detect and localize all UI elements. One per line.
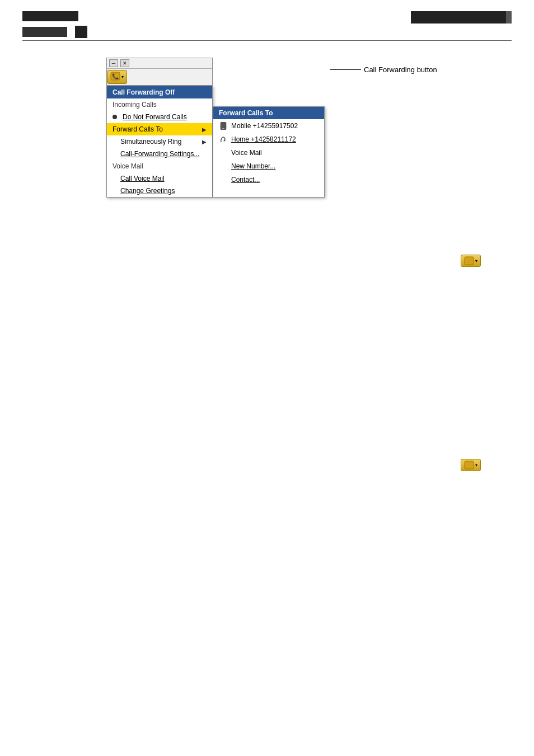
home-label: Home +14258211172: [231, 135, 296, 143]
dropdown-arrow-icon: ▾: [121, 74, 124, 79]
forward-calls-to-submenu[interactable]: Forward Calls To Mobile +14255917502: [213, 106, 325, 198]
submenu-voicemail-item[interactable]: Voice Mail: [213, 146, 324, 159]
menu-header: Call Forwarding Off: [107, 86, 212, 98]
svg-rect-3: [222, 128, 224, 129]
phone-svg: 📞: [110, 72, 120, 81]
call-forwarding-settings-label: Call-Forwarding Settings...: [120, 150, 199, 158]
redacted-bar-right: [411, 11, 506, 24]
forward-calls-to-label: Forward Calls To: [113, 125, 163, 133]
do-not-forward-label: Do Not Forward Calls: [123, 113, 187, 121]
submenu-header: Forward Calls To: [213, 107, 324, 119]
redacted-bar-2: [22, 27, 67, 37]
change-greetings-item[interactable]: Change Greetings: [107, 185, 212, 197]
voice-mail-section-label: Voice Mail: [107, 160, 212, 172]
new-number-label: New Number...: [231, 162, 275, 170]
call-forwarding-dropdown[interactable]: Call Forwarding Off Incoming Calls Do No…: [106, 86, 213, 198]
window-frame: ─ ✕ 📞 ▾: [106, 58, 213, 86]
mobile-label: Mobile +14255917502: [231, 122, 298, 130]
window-titlebar: ─ ✕: [107, 58, 212, 69]
call-voice-mail-label: Call Voice Mail: [120, 175, 165, 182]
call-voice-mail-item[interactable]: Call Voice Mail: [107, 172, 212, 185]
right-arrow-icon-2: ▾: [475, 463, 477, 468]
submenu-mobile-item[interactable]: Mobile +14255917502: [213, 119, 324, 133]
submenu-arrow-icon: ▶: [202, 126, 207, 133]
annotation-text: Call Forwarding button: [364, 65, 437, 74]
simultaneously-ring-item[interactable]: Simultaneously Ring ▶: [107, 135, 212, 148]
svg-point-4: [224, 140, 226, 142]
top-right-bar-area: [411, 11, 512, 24]
diagram-area: ─ ✕ 📞 ▾: [106, 58, 512, 198]
close-button[interactable]: ✕: [120, 59, 129, 67]
call-forwarding-annotation: Call Forwarding button: [330, 65, 437, 74]
call-forwarding-button[interactable]: 📞 ▾: [107, 70, 127, 84]
right-phone-icon-2-area: ▾: [461, 459, 481, 471]
right-phone-icon-1-area: ▾: [461, 255, 481, 267]
contact-icon: [219, 175, 228, 184]
window-content: 📞 ▾: [107, 69, 212, 85]
forward-calls-to-item[interactable]: Forward Calls To ▶: [107, 123, 212, 135]
redacted-bar-tail: [506, 11, 512, 24]
annotation-line: [330, 69, 361, 70]
home-icon-svg: [219, 135, 227, 143]
redacted-bar-3: [75, 26, 87, 38]
change-greetings-label: Change Greetings: [120, 187, 175, 195]
top-bar-row: [22, 11, 512, 38]
new-number-icon: [219, 162, 228, 171]
do-not-forward-item[interactable]: Do Not Forward Calls: [107, 111, 212, 123]
simultaneously-ring-label: Simultaneously Ring: [120, 138, 181, 145]
submenu-home-item[interactable]: Home +14258211172: [213, 133, 324, 146]
contact-label: Contact...: [231, 176, 260, 184]
svg-text:📞: 📞: [112, 73, 119, 80]
top-left-content: [22, 11, 87, 38]
voicemail-icon: [219, 148, 228, 157]
mobile-phone-icon: [219, 121, 228, 130]
submenu-new-number-item[interactable]: New Number...: [213, 159, 324, 173]
page-wrapper: ─ ✕ 📞 ▾: [0, 0, 534, 209]
redacted-bar-1: [22, 11, 78, 21]
svg-rect-6: [465, 461, 474, 469]
submenu-contact-item[interactable]: Contact...: [213, 173, 324, 186]
section-divider: [22, 40, 512, 41]
bullet-icon: [113, 115, 117, 119]
menus-container: ─ ✕ 📞 ▾: [106, 58, 325, 198]
call-forwarding-settings-item[interactable]: Call-Forwarding Settings...: [107, 148, 212, 160]
voicemail-label: Voice Mail: [231, 149, 262, 157]
minimize-button[interactable]: ─: [109, 59, 118, 67]
window-and-menu: ─ ✕ 📞 ▾: [106, 58, 213, 198]
incoming-calls-label: Incoming Calls: [107, 98, 212, 111]
right-call-fwd-button-1[interactable]: ▾: [461, 255, 481, 267]
mobile-icon-svg: [220, 122, 227, 130]
home-phone-icon: [219, 135, 228, 144]
ring-arrow-icon: ▶: [202, 139, 207, 145]
right-phone-svg-1: [464, 256, 474, 265]
svg-rect-5: [465, 257, 474, 265]
phone-icon: 📞: [110, 72, 120, 82]
right-call-fwd-button-2[interactable]: ▾: [461, 459, 481, 471]
right-phone-svg-2: [464, 461, 474, 469]
right-arrow-icon-1: ▾: [475, 259, 477, 264]
